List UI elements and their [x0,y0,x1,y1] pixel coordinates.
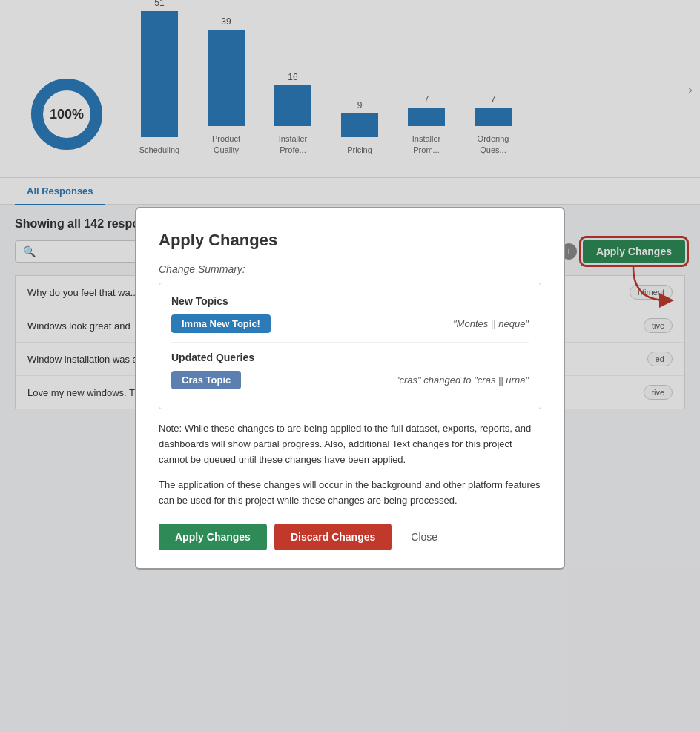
updated-queries-title: Updated Queries [171,352,529,363]
modal-title: Apply Changes [159,231,541,250]
modal-overlay: Apply Changes Change Summary: New Topics… [0,0,700,732]
updated-query-row: Cras Topic "cras" changed to "cras || ur… [171,371,529,389]
modal-footer: Apply Changes Discard Changes Close [159,524,541,550]
new-topic-row: Imma New Topic! "Montes || neque" [171,314,529,333]
new-topic-value: "Montes || neque" [453,318,529,329]
change-summary-label: Change Summary: [159,263,541,275]
new-topics-title: New Topics [171,295,529,307]
updated-query-button[interactable]: Cras Topic [171,371,241,389]
apply-changes-modal: Apply Changes Change Summary: New Topics… [135,207,565,570]
modal-apply-button[interactable]: Apply Changes [159,524,267,550]
note-text-2: The application of these changes will oc… [159,478,541,509]
modal-discard-button[interactable]: Discard Changes [274,524,392,550]
changes-box: New Topics Imma New Topic! "Montes || ne… [159,283,541,409]
modal-close-button[interactable]: Close [399,524,449,550]
note-text-1: Note: While these changes to are being a… [159,421,541,467]
updated-query-value: "cras" changed to "cras || urna" [396,375,529,386]
section-divider [171,342,529,343]
new-topic-button[interactable]: Imma New Topic! [171,314,271,333]
